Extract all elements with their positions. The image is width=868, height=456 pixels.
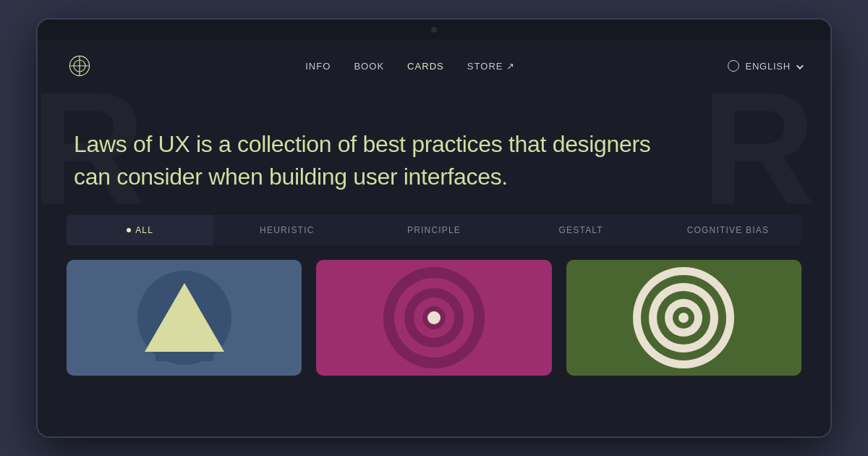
- filter-label-principle: PRINCIPLE: [407, 225, 461, 235]
- card-triangle-shape: [145, 283, 224, 352]
- nav-link-cards[interactable]: CARDS: [407, 61, 444, 72]
- camera-dot: [431, 27, 437, 33]
- card-bullseye[interactable]: [566, 260, 801, 376]
- nav-link-info[interactable]: INFO: [305, 61, 331, 72]
- hero-section: Laws of UX is a collection of best pract…: [38, 92, 830, 215]
- filter-label-heuristic: HEURISTIC: [260, 225, 314, 235]
- globe-icon: [728, 60, 739, 72]
- navigation: INFO BOOK CARDS STORE ↗ ENGLISH: [38, 40, 830, 92]
- screen: R R INFO BOOK CARDS STORE ↗ EN: [38, 40, 830, 436]
- nav-link-book[interactable]: BOOK: [354, 61, 384, 72]
- circle-6: [427, 311, 441, 324]
- language-label: ENGLISH: [745, 61, 791, 72]
- device-top-bar: [38, 20, 830, 40]
- card-concentric-circles[interactable]: [316, 260, 551, 376]
- device-frame: R R INFO BOOK CARDS STORE ↗ EN: [36, 18, 832, 438]
- card-geometric-triangle[interactable]: [67, 260, 302, 376]
- filter-tab-cognitive-bias[interactable]: COGNITIVE BIAS: [655, 215, 801, 245]
- chevron-down-icon: [796, 61, 801, 72]
- filter-bar: ALL HEURISTIC PRINCIPLE GESTALT COGNITIV…: [67, 215, 801, 245]
- cards-grid: [38, 245, 830, 376]
- filter-tab-all[interactable]: ALL: [67, 215, 213, 245]
- ring-7: [678, 313, 689, 323]
- language-selector[interactable]: ENGLISH: [728, 60, 801, 72]
- nav-link-store[interactable]: STORE ↗: [467, 61, 515, 72]
- concentric-circles-visual: [383, 267, 485, 368]
- nav-links: INFO BOOK CARDS STORE ↗: [305, 61, 515, 72]
- hero-text: Laws of UX is a collection of best pract…: [74, 128, 667, 193]
- filter-label-cognitive-bias: COGNITIVE BIAS: [687, 225, 770, 235]
- filter-tab-gestalt[interactable]: GESTALT: [508, 215, 655, 245]
- bullseye-visual: [633, 267, 734, 368]
- logo[interactable]: [67, 53, 93, 79]
- dot-indicator: [127, 228, 131, 232]
- filter-tab-heuristic[interactable]: HEURISTIC: [213, 215, 360, 245]
- card-blue-inner: [67, 260, 302, 376]
- filter-tab-principle[interactable]: PRINCIPLE: [360, 215, 507, 245]
- filter-label-all: ALL: [135, 225, 153, 235]
- filter-label-gestalt: GESTALT: [559, 225, 603, 235]
